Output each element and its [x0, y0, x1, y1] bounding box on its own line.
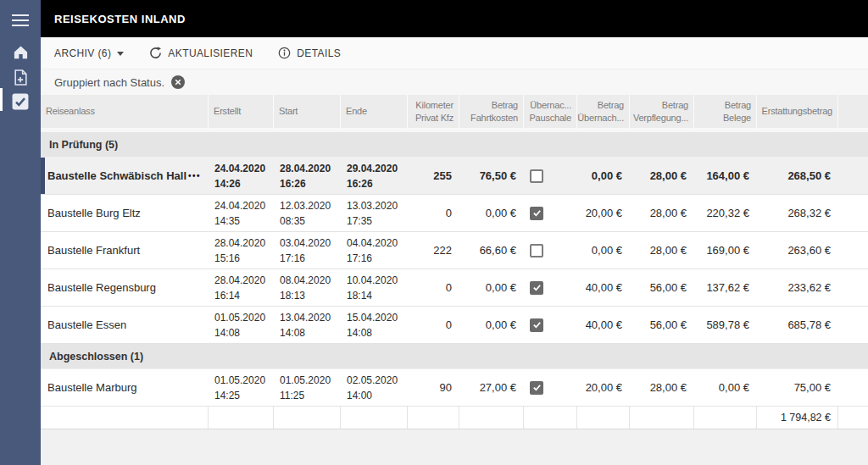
spacer-cell [837, 195, 868, 231]
archive-label: ARCHIV (6) [54, 47, 111, 59]
column-header-erstattungsbetrag[interactable]: Erstattungsbetrag [756, 95, 837, 128]
end-date: 29.04.2020 [347, 161, 398, 176]
info-icon [278, 47, 291, 59]
kilometer-cell: 255 [407, 158, 459, 194]
start-date: 01.05.2020 [280, 373, 331, 388]
trip-name-cell: Baustelle Frankfurt [41, 232, 208, 268]
created-cell: 28.04.202015:16 [208, 232, 273, 268]
clear-grouping-button[interactable] [171, 75, 185, 89]
created-time: 14:25 [214, 388, 240, 403]
end-cell: 29.04.202016:26 [340, 158, 407, 194]
end-time: 14:00 [347, 388, 372, 403]
group-label: In Prüfung (5) [49, 139, 118, 151]
trip-name: Baustelle Frankfurt [47, 244, 140, 257]
details-label: DETAILS [297, 47, 341, 59]
uebernachtung-cell: 40,00 € [576, 269, 629, 306]
erstattungsbetrag-cell: 75,00 € [756, 369, 837, 406]
table-row[interactable]: Baustelle Marburg01.05.202014:2501.05.20… [41, 369, 868, 407]
end-time: 14:08 [347, 325, 372, 340]
row-menu-button[interactable]: ••• [186, 169, 203, 182]
created-date: 24.04.2020 [214, 198, 265, 213]
column-header-kilometer-privat-kfz[interactable]: Kilometer Privat Kfz [407, 95, 459, 128]
uebernachtung-cell: 20,00 € [576, 195, 629, 231]
table-row[interactable]: Baustelle Essen01.05.202014:0813.04.2020… [41, 307, 868, 344]
verpflegung-cell: 28,00 € [629, 232, 693, 268]
fahrtkosten-cell: 76,50 € [459, 158, 523, 194]
sidebar [0, 0, 41, 465]
uebernachtungspauschale-checkbox[interactable] [530, 318, 543, 332]
column-header-spacer[interactable] [837, 95, 868, 128]
fahrtkosten-cell: 0,00 € [459, 307, 523, 343]
sidebar-nav [10, 42, 31, 112]
spacer-cell [837, 269, 868, 306]
column-header-uebernachtungspauschale[interactable]: Übernac... Pauschale [523, 95, 576, 128]
start-time: 17:16 [280, 251, 305, 266]
pauschale-cell [523, 307, 576, 343]
created-time: 16:14 [214, 288, 240, 303]
refresh-icon [149, 47, 162, 59]
totals-cell-kilometer-privat-kfz [407, 407, 459, 429]
verpflegung-cell: 56,00 € [629, 269, 693, 306]
column-header-erstellt[interactable]: Erstellt [208, 95, 273, 128]
group-header-row[interactable]: Abgeschlossen (1) [41, 344, 868, 369]
column-header-betrag-uebernachtung[interactable]: Betrag Übernach... [576, 95, 629, 128]
close-circle-icon [171, 75, 185, 89]
table-row[interactable]: Baustelle Regensburg28.04.202016:1408.04… [41, 269, 868, 307]
checkmark-icon [532, 208, 542, 218]
column-header-start[interactable]: Start [273, 95, 340, 128]
created-cell: 28.04.202016:14 [208, 269, 273, 306]
start-date: 12.03.2020 [280, 198, 331, 213]
created-date: 01.05.2020 [214, 373, 265, 388]
start-cell: 08.04.202018:13 [273, 269, 340, 306]
totals-row: 1 794,82 € [41, 407, 868, 429]
end-date: 02.05.2020 [347, 373, 398, 388]
group-header-row[interactable]: In Prüfung (5) [41, 132, 868, 158]
uebernachtungspauschale-checkbox[interactable] [530, 281, 543, 295]
table-row[interactable]: Baustelle Schwäbisch Hall•••24.04.202014… [41, 158, 868, 195]
totals-cell-ende [340, 407, 407, 429]
table-row[interactable]: Baustelle Burg Eltz24.04.202014:3512.03.… [41, 195, 868, 232]
table-row[interactable]: Baustelle Frankfurt28.04.202015:1603.04.… [41, 232, 868, 269]
uebernachtungspauschale-checkbox[interactable] [530, 169, 543, 183]
pauschale-cell [523, 158, 576, 194]
title-bar: REISEKOSTEN INLAND [41, 0, 868, 37]
trip-name: Baustelle Essen [47, 318, 126, 331]
sidebar-item-home[interactable] [10, 42, 31, 63]
totals-cell-start [273, 407, 340, 429]
trip-name: Baustelle Burg Eltz [47, 207, 141, 219]
sidebar-item-tasks[interactable] [10, 91, 31, 112]
column-header-betrag-fahrtkosten[interactable]: Betrag Fahrtkosten [459, 95, 523, 128]
start-time: 08:35 [280, 213, 305, 229]
spacer-cell [837, 232, 868, 268]
refresh-button[interactable]: AKTUALISIEREN [149, 47, 253, 59]
totals-cell-betrag-fahrtkosten [459, 407, 523, 429]
belege-cell: 137,62 € [693, 269, 756, 306]
pauschale-cell [523, 232, 576, 268]
column-header-ende[interactable]: Ende [340, 95, 407, 128]
created-cell: 24.04.202014:35 [208, 195, 273, 231]
hamburger-menu-button[interactable] [10, 13, 31, 28]
erstattungsbetrag-cell: 268,32 € [756, 195, 837, 231]
details-button[interactable]: DETAILS [278, 47, 341, 59]
uebernachtung-cell: 40,00 € [576, 307, 629, 343]
end-date: 13.03.2020 [347, 198, 398, 213]
sidebar-item-new-document[interactable] [10, 67, 31, 87]
totals-cell-spacer [837, 407, 868, 429]
start-date: 13.04.2020 [280, 310, 331, 325]
column-header-betrag-verpflegung[interactable]: Betrag Verpflegung... [629, 95, 693, 128]
start-cell: 28.04.202016:26 [273, 158, 340, 194]
end-cell: 15.04.202014:08 [340, 307, 407, 343]
totals-cell-uebernachtungspauschale [523, 407, 576, 429]
archive-dropdown-button[interactable]: ARCHIV (6) [54, 47, 124, 59]
column-header-betrag-belege[interactable]: Betrag Belege [693, 95, 756, 128]
column-header-reiseanlass[interactable]: Reiseanlass [41, 95, 208, 128]
main-area: REISEKOSTEN INLAND ARCHIV (6) AKTUALISIE… [41, 0, 868, 465]
group-filter-text: Gruppiert nach Status. [54, 76, 164, 89]
toolbar: ARCHIV (6) AKTUALISIEREN DETAILS [41, 37, 868, 69]
uebernachtungspauschale-checkbox[interactable] [530, 207, 543, 220]
trip-name: Baustelle Regensburg [47, 281, 156, 294]
start-date: 28.04.2020 [280, 161, 331, 176]
uebernachtungspauschale-checkbox[interactable] [530, 244, 543, 257]
end-cell: 04.04.202017:16 [340, 232, 407, 268]
uebernachtungspauschale-checkbox[interactable] [530, 381, 543, 395]
